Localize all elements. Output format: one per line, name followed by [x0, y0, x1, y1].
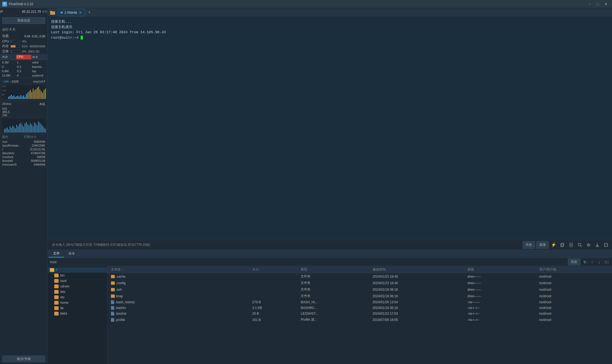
gear-icon-button[interactable] [585, 241, 592, 249]
file-row[interactable]: .bash_history 279 B BASH_HI... 2024/01/2… [108, 299, 612, 305]
disk-col-path: 路径 [2, 135, 24, 139]
terminal[interactable]: 连接主机... 连接主机成功 Last login: Fri Jan 26 03… [48, 17, 612, 240]
file-row[interactable]: .bashrc 3.1 KB BASHRC... 2024/01/18 06:1… [108, 305, 612, 311]
process-list: 9.3M 1 sshd 0 0.3 kworker/u... 6.8M 0.3 … [0, 60, 47, 78]
tab-atlanta[interactable]: 1 Atlanta ✕ [58, 9, 85, 16]
copy-file-icon-button[interactable] [559, 241, 566, 249]
lightning-icon-button[interactable]: ⚡ [550, 241, 557, 249]
sys-info-button[interactable]: 系统信息 [2, 17, 45, 24]
fm-history-button[interactable]: 历史 [568, 259, 580, 265]
tree-item-etc[interactable]: etc [48, 295, 107, 300]
disk-row: /dev/shm 473M/473M [0, 151, 47, 155]
option-button[interactable]: 选项 [536, 241, 549, 249]
fm-download-button[interactable]: ↓ [596, 259, 603, 266]
fm-header-date[interactable]: 修改时间 [372, 267, 466, 272]
file-row[interactable]: .config 文件夹 2024/01/23 16:40 drwx------ … [108, 280, 612, 286]
add-tab-button[interactable]: + [86, 9, 93, 16]
disk-list: /run 93M/94M /sys/firmwar... 234K/256K /… [0, 140, 47, 166]
proc-col-cmd[interactable]: 命令 [31, 55, 46, 59]
svg-rect-23 [35, 89, 36, 99]
tree-item-bin[interactable]: bin [48, 273, 107, 278]
tree-item-cdrom[interactable]: cdrom [48, 284, 107, 289]
fm-header-size[interactable]: 大小 [251, 267, 300, 272]
svg-rect-12 [20, 95, 21, 99]
load-value: 0.04, 0.01, 0.00 [25, 35, 45, 38]
activate-button[interactable]: 激活/升级 [2, 356, 45, 362]
folder-icon [54, 284, 59, 288]
disk-header: 路径 可用/大小 [0, 134, 47, 140]
svg-rect-38 [14, 127, 14, 132]
minimize-button[interactable]: − [586, 1, 593, 7]
tree-item-lib[interactable]: lib [48, 305, 107, 311]
close-button[interactable]: ✕ [602, 1, 610, 7]
file-row[interactable]: .lesshst 20 B LESSHST... 2024/01/23 17:0… [108, 311, 612, 317]
fm-header-name[interactable]: 文件名 ↑ [110, 267, 251, 272]
file-row[interactable]: .profile 161 B Profile 源... 2019/07/09 1… [108, 317, 612, 323]
search-icon-button[interactable] [576, 241, 584, 249]
terminal-toolbar: 命令输入 (按ALT键提示历史,TAB键路径,ESC键返回,双击CTRL切换) … [48, 240, 612, 250]
mem-bar [11, 45, 16, 47]
fm-tab-commands[interactable]: 命令 [64, 250, 79, 257]
svg-rect-19 [30, 90, 31, 99]
file-user: root/root [538, 281, 610, 285]
fm-header-user[interactable]: 用户/用户组 [538, 267, 610, 272]
svg-rect-45 [23, 127, 24, 132]
svg-rect-9 [16, 96, 17, 99]
file-name: .bashrc [110, 306, 251, 310]
copy-ip-button[interactable]: 复制 [42, 10, 47, 14]
tab-label: 1 Atlanta [64, 11, 77, 14]
file-perm: -rw------- [466, 300, 538, 304]
file-perm: drwx------ [466, 288, 538, 292]
history-button[interactable]: 历史 [523, 241, 535, 249]
file-perm: drwx------ [466, 275, 538, 278]
fm-header-perm[interactable]: 权限 [466, 267, 538, 272]
file-date: 2024/01/18 06:16 [372, 288, 466, 292]
folder-icon-button[interactable] [49, 9, 56, 16]
proc-cmd: kworker/u... [31, 65, 46, 69]
file-name: .profile [110, 318, 251, 322]
file-row[interactable]: .cache 文件夹 2024/01/23 16:40 drwx------ r… [108, 273, 612, 280]
file-type: 文件夹 [300, 287, 371, 292]
tree-item-dev[interactable]: dev [48, 289, 107, 295]
svg-rect-56 [38, 122, 39, 132]
fm-tab-files[interactable]: 文件 [49, 250, 64, 257]
fm-up-button[interactable]: ↑ [589, 259, 596, 266]
file-name: snap [110, 294, 251, 298]
ip-label: IP [0, 10, 22, 14]
tree-item-root[interactable]: / [48, 267, 107, 273]
svg-rect-26 [40, 89, 40, 99]
network-interface[interactable]: enp1s0 ▾ [33, 80, 45, 83]
svg-text:16K: 16K [2, 89, 6, 92]
maximize-button[interactable]: □ [594, 1, 602, 7]
new-file-icon-button[interactable] [567, 241, 575, 249]
svg-rect-24 [37, 88, 38, 99]
disk-row: /run/lock 5M/5M [0, 155, 47, 159]
tab-close-button[interactable]: ✕ [79, 11, 82, 14]
svg-rect-64 [561, 243, 564, 246]
fm-refresh-button[interactable]: ↻ [581, 259, 589, 266]
fullscreen-icon-button[interactable] [602, 241, 610, 249]
fm-header-type[interactable]: 类型 [300, 267, 371, 272]
proc-col-mem[interactable]: 内存 [1, 55, 16, 59]
file-size: 279 B [251, 300, 300, 304]
download-icon-button[interactable] [593, 241, 601, 249]
proc-cmd: top [31, 69, 46, 73]
file-row[interactable]: snap 文件夹 2024/01/18 06:16 drwx------ roo… [108, 293, 612, 299]
svg-rect-33 [7, 128, 8, 132]
tree-item-lib64[interactable]: lib64 [48, 311, 107, 316]
file-row[interactable]: .ssh 文件夹 2024/01/18 06:16 drwx------ roo… [108, 286, 612, 293]
tree-item-home[interactable]: home [48, 300, 107, 305]
proc-col-cpu[interactable]: CPU [16, 55, 31, 59]
svg-rect-52 [33, 126, 34, 132]
disk-row: /run 93M/94M [0, 140, 47, 144]
fm-upload-button[interactable]: ↑□ [603, 259, 610, 266]
svg-rect-58 [41, 125, 42, 132]
svg-rect-14 [23, 95, 24, 99]
file-date: 2024/01/23 16:40 [372, 281, 466, 285]
tree-item-boot[interactable]: boot [48, 278, 107, 284]
svg-rect-13 [22, 96, 23, 99]
svg-rect-61 [45, 129, 46, 132]
file-perm: drwx------ [466, 281, 538, 285]
svg-rect-31 [4, 129, 5, 132]
svg-rect-27 [41, 91, 42, 99]
